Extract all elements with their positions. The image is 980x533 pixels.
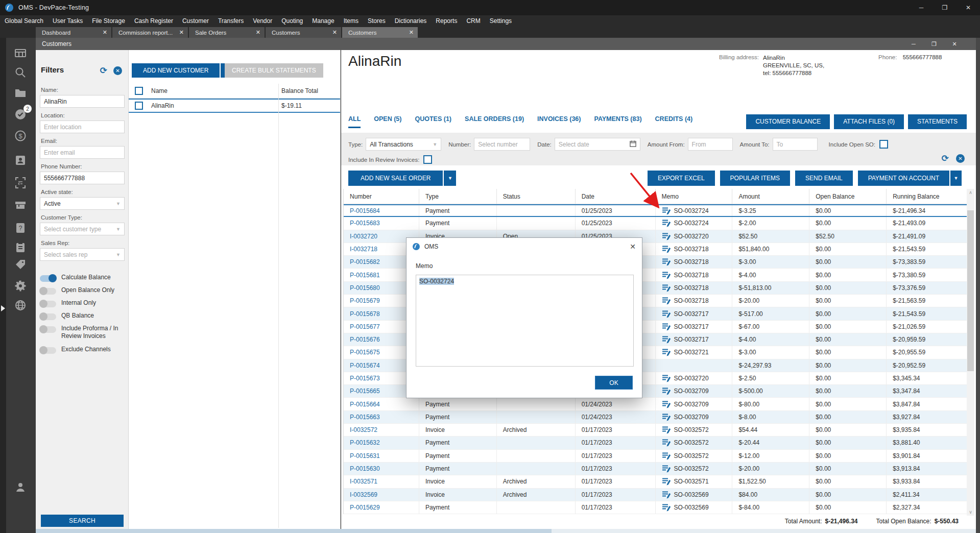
rail-expand-arrow-icon[interactable]	[1, 305, 5, 311]
customer-type-select[interactable]: Select customer type▼	[40, 223, 125, 235]
filter-toggle[interactable]: Internal Only	[40, 299, 127, 307]
toggle-switch[interactable]	[40, 288, 56, 295]
transaction-number-link[interactable]: P-0015631	[350, 452, 380, 459]
inner-close-button[interactable]: ✕	[944, 41, 965, 47]
transactions-tab[interactable]: SALE ORDERS (19)	[465, 115, 524, 128]
search-icon[interactable]	[14, 66, 28, 80]
window-tab[interactable]: Customers ✕	[342, 27, 418, 38]
memo-edit-icon[interactable]	[662, 310, 671, 318]
window-tab[interactable]: Commission report... ✕	[112, 27, 188, 38]
add-new-sale-order-button[interactable]: ADD NEW SALE ORDER	[348, 171, 443, 186]
memo-edit-icon[interactable]	[662, 400, 671, 408]
customer-balance-button[interactable]: CUSTOMER BALANCE	[746, 114, 830, 129]
create-bulk-statements-button[interactable]: CREATE BULK STATEMENTS	[225, 63, 323, 78]
transaction-number-link[interactable]: P-0015630	[350, 465, 380, 472]
transaction-row[interactable]: I-0032571 Invoice Archived 01/17/2023 SO…	[344, 475, 967, 488]
scroll-down-icon[interactable]: ∨	[967, 510, 974, 515]
transaction-number-link[interactable]: I-0032720	[350, 233, 377, 240]
transactions-refresh-icon[interactable]: ⟳	[942, 153, 949, 164]
column-header[interactable]: Type	[419, 189, 497, 204]
statements-button[interactable]: STATEMENTS	[908, 114, 967, 129]
add-new-customer-button[interactable]: ADD NEW CUSTOMER	[132, 63, 220, 78]
name-column-header[interactable]: Name	[151, 87, 281, 94]
minimize-button[interactable]: ─	[910, 0, 933, 15]
inner-restore-button[interactable]: ❐	[924, 41, 944, 47]
transaction-number-link[interactable]: P-0015629	[350, 504, 380, 511]
memo-edit-icon[interactable]	[662, 232, 671, 240]
date-filter-input[interactable]: Select date	[555, 138, 640, 151]
toggle-switch[interactable]	[40, 275, 56, 282]
transaction-number-link[interactable]: P-0015673	[350, 375, 380, 382]
window-tab[interactable]: Sale Orders ✕	[189, 27, 265, 38]
popular-items-button[interactable]: POPULAR ITEMS	[720, 171, 790, 186]
transaction-row[interactable]: I-0032572 Invoice Archived 01/17/2023 SO…	[344, 424, 967, 437]
window-tab[interactable]: Dashboard ✕	[36, 27, 111, 38]
filter-toggle[interactable]: Calculate Balance	[40, 274, 127, 282]
column-header[interactable]: Date	[576, 189, 656, 204]
toggle-switch[interactable]	[40, 313, 56, 320]
tab-close-icon[interactable]: ✕	[409, 29, 414, 36]
memo-edit-icon[interactable]	[662, 297, 671, 305]
transactions-tab[interactable]: INVOICES (36)	[537, 115, 581, 128]
attach-files-0--button[interactable]: ATTACH FILES (0)	[834, 114, 904, 129]
toolbar-action-dropdown[interactable]: ▼	[950, 171, 962, 186]
filter-toggle[interactable]: Open Balance Only	[40, 286, 127, 295]
transaction-number-link[interactable]: P-0015684	[350, 207, 380, 214]
column-header[interactable]: Open Balance	[809, 189, 887, 204]
menu-item-user-tasks[interactable]: User Tasks	[48, 15, 87, 27]
column-header[interactable]: Memo	[656, 189, 733, 204]
memo-edit-icon[interactable]	[662, 348, 671, 356]
location-input[interactable]	[40, 120, 125, 133]
memo-edit-icon[interactable]	[662, 452, 671, 460]
filters-refresh-icon[interactable]: ⟳	[100, 65, 107, 76]
filters-clear-icon[interactable]: ✕	[113, 66, 122, 75]
toggle-switch[interactable]	[40, 347, 56, 354]
cash-register-icon[interactable]: $	[14, 130, 28, 143]
amount-from-input[interactable]: From	[688, 138, 733, 151]
customer-icon[interactable]	[14, 154, 28, 167]
transaction-number-link[interactable]: P-0015675	[350, 349, 380, 356]
menu-item-settings[interactable]: Settings	[485, 15, 516, 27]
column-header[interactable]: Amount	[732, 189, 809, 204]
memo-edit-icon[interactable]	[662, 491, 671, 499]
payment-on-account-button[interactable]: PAYMENT ON ACCOUNT	[858, 171, 949, 186]
tab-close-icon[interactable]: ✕	[256, 29, 260, 36]
menu-item-vendor[interactable]: Vendor	[248, 15, 277, 27]
transfers-icon[interactable]	[14, 177, 28, 190]
transaction-number-link[interactable]: P-0015632	[350, 439, 380, 446]
transaction-number-link[interactable]: P-0015663	[350, 414, 380, 421]
transaction-number-link[interactable]: P-0015682	[350, 258, 380, 265]
memo-edit-icon[interactable]	[662, 335, 671, 344]
hscroll-thumb[interactable]	[36, 529, 552, 533]
horizontal-scrollbar[interactable]	[36, 529, 976, 533]
menu-item-quoting[interactable]: Quoting	[277, 15, 307, 27]
menu-item-customer[interactable]: Customer	[178, 15, 213, 27]
menu-item-reports[interactable]: Reports	[431, 15, 462, 27]
transactions-clear-icon[interactable]: ✕	[956, 154, 965, 163]
memo-edit-icon[interactable]	[662, 465, 671, 473]
transactions-tab[interactable]: CREDITS (4)	[655, 115, 693, 128]
transaction-number-link[interactable]: I-0032572	[350, 426, 377, 433]
memo-edit-icon[interactable]	[662, 503, 671, 512]
column-header[interactable]: Status	[497, 189, 576, 204]
menu-item-crm[interactable]: CRM	[462, 15, 485, 27]
column-header[interactable]: Running Balance	[887, 189, 967, 204]
add-sale-order-dropdown[interactable]: ▼	[444, 171, 456, 186]
transaction-number-link[interactable]: P-0015664	[350, 401, 380, 408]
toggle-switch[interactable]	[40, 326, 56, 333]
dashboard-icon[interactable]	[14, 47, 28, 60]
menu-item-global-search[interactable]: Global Search	[0, 15, 48, 27]
menu-item-transfers[interactable]: Transfers	[213, 15, 248, 27]
balance-column-header[interactable]: Balance Total	[281, 87, 318, 94]
memo-textarea[interactable]: SO-0032724	[416, 275, 634, 367]
transaction-number-link[interactable]: I-0032569	[350, 491, 377, 498]
transaction-number-link[interactable]: I-0032718	[350, 246, 377, 253]
restore-button[interactable]: ❐	[933, 0, 957, 15]
transaction-number-link[interactable]: P-0015677	[350, 323, 380, 330]
sales-rep-select[interactable]: Select sales rep▼	[40, 248, 125, 261]
transactions-tab[interactable]: OPEN (5)	[374, 115, 401, 128]
clipboard-icon[interactable]	[14, 241, 28, 254]
transaction-row[interactable]: P-0015630 Payment 01/17/2023 SO-0032572 …	[344, 463, 967, 475]
store-icon[interactable]	[14, 199, 28, 212]
include-in-review-checkbox[interactable]	[423, 155, 432, 164]
